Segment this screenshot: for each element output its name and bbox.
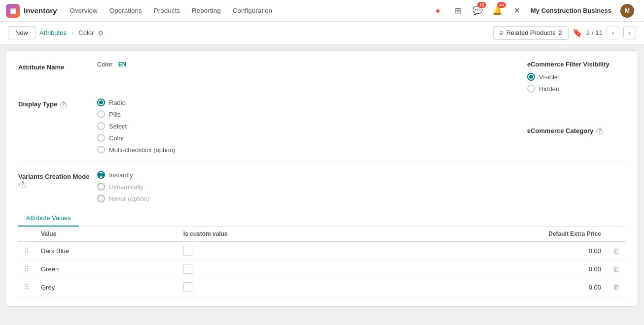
nav-products[interactable]: Products bbox=[149, 4, 185, 17]
breadcrumb-current: Color bbox=[78, 29, 94, 36]
col-drag bbox=[18, 227, 35, 242]
pager-current: 2 bbox=[586, 29, 590, 36]
radio-option-color[interactable]: Color bbox=[97, 134, 527, 142]
value-cell[interactable]: Grey bbox=[35, 278, 178, 296]
drag-handle-icon[interactable]: ⠿ bbox=[24, 265, 29, 273]
tab-list: Attribute Values bbox=[18, 210, 626, 227]
hidden-radio[interactable] bbox=[527, 85, 535, 93]
pager-total: 11 bbox=[596, 29, 603, 36]
display-type-label: Display Type ? bbox=[18, 98, 97, 108]
breadcrumb-attributes-link[interactable]: Attributes bbox=[39, 29, 67, 36]
col-custom: Is custom value bbox=[178, 227, 378, 242]
visible-label: Visible bbox=[539, 73, 558, 81]
select-label: Select bbox=[109, 123, 127, 130]
custom-cell bbox=[178, 242, 378, 260]
price-cell[interactable]: 0.00 bbox=[378, 242, 607, 260]
custom-cell bbox=[178, 278, 378, 296]
radio-label: Radio bbox=[109, 99, 126, 106]
related-products-button[interactable]: ≡ Related Products 2 bbox=[493, 26, 569, 40]
radio-radio[interactable] bbox=[97, 98, 105, 106]
variants-help-icon[interactable]: ? bbox=[19, 181, 26, 188]
multicheckbox-label: Multi-checkbox (option) bbox=[109, 146, 175, 154]
pills-radio[interactable] bbox=[97, 110, 105, 118]
visible-option[interactable]: Visible bbox=[527, 73, 626, 81]
user-menu[interactable]: My Construction Business M bbox=[527, 2, 638, 20]
custom-checkbox-1[interactable] bbox=[183, 264, 193, 274]
ecommerce-category-help-icon[interactable]: ? bbox=[596, 128, 603, 135]
related-products-label: Related Products bbox=[506, 29, 556, 36]
never-radio[interactable] bbox=[97, 195, 105, 202]
chat-icon[interactable]: 💬 16 bbox=[469, 3, 485, 19]
attribute-values-table: Value Is custom value Default Extra Pric… bbox=[18, 227, 626, 296]
delete-row-icon-1[interactable]: 🗑 bbox=[613, 265, 620, 273]
bookmark-icon[interactable]: 🔖 bbox=[572, 28, 582, 37]
table-row: ⠿ Green 0.00 🗑 bbox=[18, 260, 626, 278]
color-radio[interactable] bbox=[97, 134, 105, 142]
table-row: ⠿ Grey 0.00 🗑 bbox=[18, 278, 626, 296]
drag-handle-cell: ⠿ bbox=[18, 278, 35, 296]
section-divider bbox=[18, 162, 626, 162]
drag-handle-icon[interactable]: ⠿ bbox=[24, 283, 29, 291]
custom-checkbox-2[interactable] bbox=[183, 282, 193, 292]
radio-option-select[interactable]: Select bbox=[97, 122, 527, 130]
pager-next-button[interactable]: › bbox=[623, 27, 636, 39]
dynamically-radio[interactable] bbox=[97, 183, 105, 191]
drag-handle-icon[interactable]: ⠿ bbox=[24, 247, 29, 255]
attribute-name-label: Attribute Name bbox=[18, 61, 97, 71]
price-cell[interactable]: 0.00 bbox=[378, 278, 607, 296]
toolbar: New Attributes › Color ⚙ ≡ Related Produ… bbox=[0, 22, 644, 44]
instantly-radio[interactable] bbox=[97, 171, 105, 179]
table-header-row: Value Is custom value Default Extra Pric… bbox=[18, 227, 626, 242]
col-delete bbox=[607, 227, 626, 242]
display-type-options: Radio Pills Select Color bbox=[97, 98, 527, 154]
value-cell[interactable]: Green bbox=[35, 260, 178, 278]
variants-option-dynamically[interactable]: Dynamically bbox=[97, 183, 626, 191]
attribute-name-field: Color EN bbox=[97, 61, 527, 68]
display-type-row: Display Type ? Radio Pills Select bbox=[18, 98, 626, 154]
price-cell[interactable]: 0.00 bbox=[378, 260, 607, 278]
delete-cell: 🗑 bbox=[607, 242, 626, 260]
variants-creation-row: Variants Creation Mode ? Instantly Dynam… bbox=[18, 170, 626, 202]
nav-reporting[interactable]: Reporting bbox=[187, 4, 226, 17]
apps-icon[interactable]: ⊞ bbox=[450, 3, 465, 19]
variants-option-never[interactable]: Never (option) bbox=[97, 195, 626, 202]
radio-option-pills[interactable]: Pills bbox=[97, 110, 527, 118]
status-icon[interactable]: ● bbox=[430, 3, 446, 19]
nav-operations[interactable]: Operations bbox=[105, 4, 147, 17]
table-row: ⠿ Dark Blue 0.00 🗑 bbox=[18, 242, 626, 260]
custom-checkbox-0[interactable] bbox=[183, 246, 193, 256]
lang-toggle[interactable]: EN bbox=[118, 61, 127, 68]
user-avatar: M bbox=[620, 4, 634, 18]
settings-icon[interactable]: ✕ bbox=[509, 3, 525, 19]
variants-option-instantly[interactable]: Instantly bbox=[97, 171, 626, 179]
value-cell[interactable]: Dark Blue bbox=[35, 242, 178, 260]
select-radio[interactable] bbox=[97, 122, 105, 130]
chat-badge: 16 bbox=[477, 2, 486, 8]
filter-visibility-group: Visible Hidden bbox=[527, 72, 626, 93]
col-value: Value bbox=[35, 227, 178, 242]
record-settings-icon[interactable]: ⚙ bbox=[98, 29, 104, 37]
nav-configuration[interactable]: Configuration bbox=[228, 4, 277, 17]
notification-icon[interactable]: 🔔 44 bbox=[489, 3, 505, 19]
pager-prev-button[interactable]: ‹ bbox=[607, 27, 619, 39]
visible-radio[interactable] bbox=[527, 73, 535, 81]
new-button[interactable]: New bbox=[8, 26, 36, 39]
display-type-help-icon[interactable]: ? bbox=[60, 101, 67, 108]
main-content: Attribute Name Color EN eCommerce Filter… bbox=[0, 44, 644, 325]
radio-option-radio[interactable]: Radio bbox=[97, 98, 527, 106]
nav-overview[interactable]: Overview bbox=[65, 4, 103, 17]
delete-row-icon-0[interactable]: 🗑 bbox=[613, 247, 620, 255]
delete-row-icon-2[interactable]: 🗑 bbox=[613, 283, 620, 291]
drag-handle-cell: ⠿ bbox=[18, 242, 35, 260]
ecommerce-category-section: eCommerce Category ? bbox=[527, 98, 626, 138]
color-label: Color bbox=[109, 134, 124, 142]
hidden-option[interactable]: Hidden bbox=[527, 85, 626, 93]
tabs-container: Attribute Values Value Is custom value D… bbox=[18, 210, 626, 296]
top-navigation: ▣ Inventory Overview Operations Products… bbox=[0, 0, 644, 22]
multicheckbox-radio[interactable] bbox=[97, 146, 105, 154]
breadcrumb-separator: › bbox=[72, 29, 73, 36]
radio-option-multicheckbox[interactable]: Multi-checkbox (option) bbox=[97, 146, 527, 154]
variants-label: Variants Creation Mode ? bbox=[18, 170, 97, 188]
tab-attribute-values[interactable]: Attribute Values bbox=[18, 210, 79, 227]
related-products-lines-icon: ≡ bbox=[500, 29, 503, 37]
